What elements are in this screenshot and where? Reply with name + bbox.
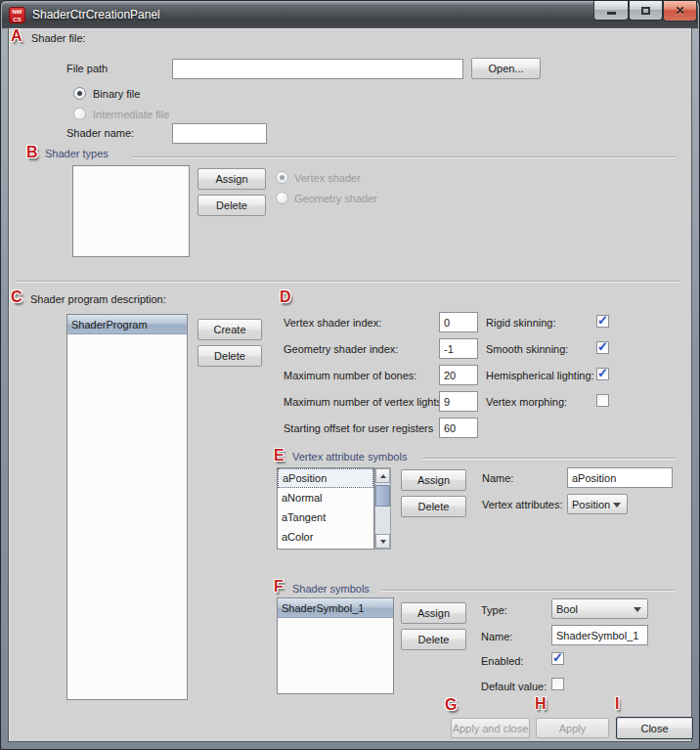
vertex-shader-index-label: Vertex shader index: (284, 317, 381, 330)
maximize-icon (641, 7, 650, 15)
close-window-button[interactable]: ✕ (663, 1, 697, 22)
marker-f: F (274, 579, 284, 595)
list-item[interactable]: aPosition (278, 468, 373, 488)
scroll-down-icon (380, 540, 386, 544)
shader-file-section-label: Shader file: (31, 32, 86, 45)
chevron-down-icon (634, 607, 641, 612)
close-icon: ✕ (675, 4, 684, 18)
list-item[interactable]: aColor (278, 527, 373, 547)
smooth-skinning-label: Smooth skinning: (486, 343, 568, 356)
chevron-down-icon (613, 503, 621, 507)
symbol-type-dropdown[interactable]: Bool (551, 598, 648, 619)
marker-a: A (11, 28, 22, 44)
open-button[interactable]: Open... (471, 58, 541, 79)
maximize-button[interactable] (629, 1, 663, 21)
app-icon-text-top: NW (10, 8, 24, 16)
shader-name-input[interactable] (172, 123, 267, 144)
vertex-morphing-checkbox[interactable] (596, 394, 609, 407)
marker-g: G (445, 697, 457, 713)
scroll-down-button[interactable] (375, 534, 390, 549)
minimize-button[interactable] (593, 1, 629, 21)
shader-types-list[interactable] (72, 165, 190, 257)
shader-program-delete-button[interactable]: Delete (197, 345, 262, 367)
vertex-attribute-name-label: Name: (482, 472, 513, 485)
binary-file-radio-label[interactable]: Binary file (93, 88, 140, 101)
vertex-attributes-dropdown-value: Position (572, 499, 610, 510)
vertex-attribute-delete-button[interactable]: Delete (401, 496, 466, 517)
window-title: ShaderCtrCreationPanel (32, 8, 160, 22)
marker-b: B (26, 145, 38, 160)
vertex-shader-index-input[interactable] (439, 312, 478, 332)
shader-types-rule (133, 156, 675, 157)
marker-c: C (11, 289, 22, 305)
geometry-shader-index-input[interactable] (439, 338, 478, 359)
smooth-skinning-checkbox[interactable] (596, 341, 609, 354)
list-item[interactable]: aTangent (278, 507, 373, 527)
marker-i: I (615, 696, 619, 712)
shader-name-label: Shader name: (66, 127, 134, 140)
list-item[interactable]: aNormal (278, 488, 373, 507)
vertex-attribute-name-input[interactable] (567, 467, 673, 488)
geometry-shader-radio (276, 192, 288, 204)
vertex-morphing-label: Vertex morphing: (486, 396, 567, 409)
symbol-default-value-label: Default value: (481, 681, 547, 693)
hemispherical-lighting-checkbox[interactable] (596, 368, 609, 380)
vertex-attributes-label: Vertex attributes: (482, 499, 563, 511)
shader-symbols-list[interactable]: ShaderSymbol_1 (277, 597, 394, 694)
shader-types-title: Shader types (45, 148, 109, 160)
file-path-label: File path (66, 63, 108, 75)
max-bones-label: Maximum number of bones: (284, 370, 416, 382)
symbol-enabled-checkbox[interactable] (551, 652, 564, 665)
shader-program-create-button[interactable]: Create (197, 319, 262, 340)
vertex-attribute-symbols-title: Vertex attribute symbols (292, 451, 407, 463)
symbol-type-dropdown-value: Bool (556, 603, 578, 615)
apply-button[interactable]: Apply (536, 718, 609, 738)
shader-symbols-rule (381, 590, 675, 591)
scroll-up-button[interactable] (375, 468, 390, 483)
symbol-default-value-checkbox[interactable] (551, 678, 564, 690)
hemispherical-lighting-label: Hemispherical lighting: (486, 370, 594, 382)
shader-types-assign-button[interactable]: Assign (197, 168, 266, 190)
symbol-type-label: Type: (481, 604, 507, 617)
vertex-shader-radio (276, 171, 288, 184)
vertex-attribute-assign-button[interactable]: Assign (401, 469, 466, 491)
file-path-input[interactable] (172, 59, 463, 79)
intermediate-file-radio-label: Intermediate file (93, 109, 169, 121)
rigid-skinning-label: Rigid skinning: (486, 317, 556, 330)
intermediate-file-radio (73, 108, 86, 120)
max-vertex-lights-input[interactable] (439, 391, 478, 412)
geometry-shader-index-label: Geometry shader index: (284, 343, 398, 356)
vertex-attribute-list[interactable]: aPosition aNormal aTangent aColor (277, 467, 374, 550)
vertex-shader-radio-label: Vertex shader (294, 172, 361, 185)
apply-and-close-button[interactable]: Apply and close (451, 718, 530, 738)
shader-symbols-title: Shader symbols (292, 583, 370, 596)
minimize-icon (607, 12, 616, 15)
main-separator (16, 281, 680, 282)
marker-e: E (274, 448, 284, 463)
shader-types-delete-button[interactable]: Delete (197, 195, 266, 216)
geometry-shader-radio-label: Geometry shader (294, 193, 377, 205)
symbol-name-label: Name: (481, 631, 512, 643)
shader-symbols-assign-button[interactable]: Assign (401, 602, 466, 624)
list-item[interactable]: ShaderProgram (67, 315, 187, 334)
vertex-attributes-dropdown[interactable]: Position (567, 494, 628, 514)
scroll-up-icon (380, 474, 386, 478)
shader-symbols-delete-button[interactable]: Delete (401, 629, 466, 650)
shader-program-list[interactable]: ShaderProgram (66, 314, 188, 700)
scrollbar-thumb[interactable] (375, 485, 390, 507)
max-vertex-lights-label: Maximum number of vertex lights: (284, 396, 445, 409)
binary-file-radio[interactable] (73, 87, 86, 100)
rigid-skinning-checkbox[interactable] (596, 315, 609, 328)
vertex-attribute-scrollbar[interactable] (374, 467, 391, 550)
close-button[interactable]: Close (616, 717, 693, 739)
marker-d: D (280, 289, 291, 305)
max-bones-input[interactable] (439, 365, 478, 385)
marker-h: H (535, 696, 547, 712)
vertex-attribute-symbols-rule (422, 458, 675, 459)
list-item[interactable]: ShaderSymbol_1 (278, 598, 393, 618)
symbol-enabled-label: Enabled: (481, 655, 523, 668)
starting-offset-input[interactable] (439, 418, 478, 438)
app-icon-text-bottom: CS (10, 16, 24, 23)
starting-offset-label: Starting offset for user registers (284, 422, 433, 435)
symbol-name-input[interactable] (551, 625, 648, 645)
